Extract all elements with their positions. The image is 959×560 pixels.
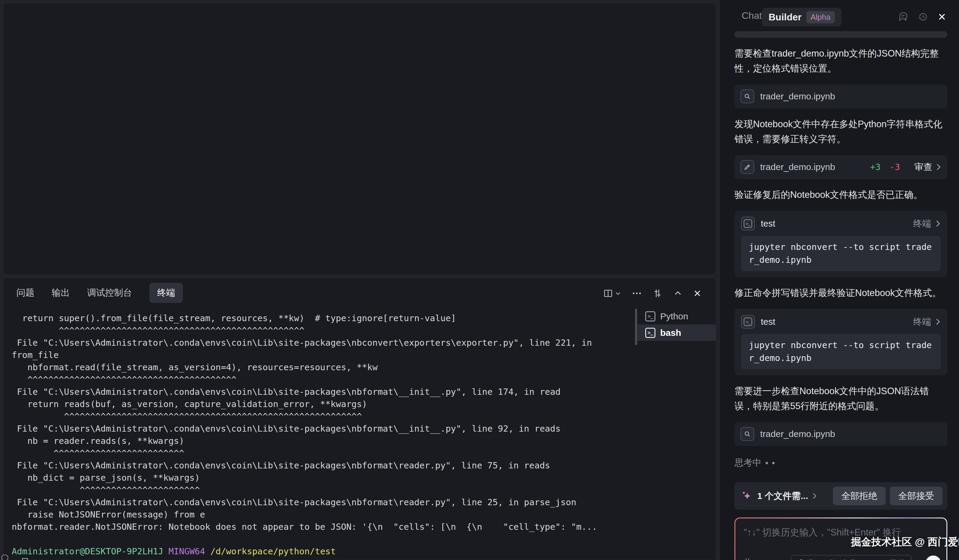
scrolled-message-bubble (734, 31, 947, 38)
terminal-instance-label: Python (660, 311, 688, 321)
prompt-env: MINGW64 (169, 546, 205, 557)
split-panel-icon (603, 288, 613, 298)
terminal-cursor (22, 558, 28, 560)
tab-chat[interactable]: Chat (742, 10, 762, 21)
terminal-command-card[interactable]: >_ test 终端 jupyter nbconvert --to script… (734, 309, 947, 375)
sparkles-icon (741, 490, 753, 502)
search-icon (741, 89, 754, 103)
composer-gradient-border: "↑↓" 切换历史输入，"Shift+Enter" 换行 # DeepSeek … (734, 517, 947, 560)
diff-added-count: +3 (870, 162, 881, 172)
assistant-step-text: 验证修复后的Notebook文件格式是否已正确。 (734, 188, 947, 202)
close-icon (937, 12, 946, 21)
chevron-right-icon[interactable] (812, 492, 817, 500)
thinking-dot (772, 462, 774, 464)
file-name: trader_demo.ipynb (760, 429, 835, 439)
approval-buttons: 全部拒绝 全部接受 (833, 487, 943, 505)
chevron-up-icon (673, 289, 682, 298)
tab-terminal[interactable]: 终端 (150, 283, 183, 303)
builder-sidebar: Chat Builder Alpha 需要检查trader_demo.ipynb… (720, 0, 959, 560)
chevron-right-icon (935, 163, 941, 171)
terminal-scrollbar[interactable] (635, 309, 637, 345)
composer-toolbar: # DeepSeek Reasoner (R1) (744, 555, 940, 560)
terminal-command-card[interactable]: >_ test 终端 jupyter nbconvert --to script… (734, 211, 947, 277)
command-code-block: jupyter nbconvert --to script trader_dem… (741, 236, 941, 271)
alpha-badge: Alpha (806, 11, 835, 23)
sidebar-header-icons (898, 11, 946, 22)
history-icon (918, 11, 929, 22)
open-terminal-link[interactable]: 终端 (913, 316, 941, 328)
assistant-step-text: 发现Notebook文件中存在多处Python字符串格式化错误，需要修正转义字符… (734, 117, 947, 147)
file-edit-card[interactable]: trader_demo.ipynb +3 -3 审查 (734, 155, 947, 179)
context-hash-button[interactable]: # (744, 557, 750, 560)
model-selector[interactable]: DeepSeek Reasoner (R1) (791, 555, 912, 560)
terminal-icon: >_ (645, 311, 655, 321)
file-name: trader_demo.ipynb (760, 162, 835, 172)
thinking-status: 思考中 (734, 457, 947, 469)
terminal-icon: >_ (645, 328, 655, 338)
terminal-instance-bash[interactable]: >_ bash (637, 325, 716, 341)
split-terminal-button[interactable] (603, 288, 621, 298)
more-icon (632, 288, 642, 298)
terminal-name: test (761, 218, 775, 229)
terminal-output[interactable]: return super().from_file(file_stream, re… (3, 308, 632, 560)
file-name: trader_demo.ipynb (760, 91, 835, 102)
chevron-right-icon (935, 220, 941, 228)
chevron-right-icon (935, 318, 941, 326)
more-actions-button[interactable] (632, 288, 642, 298)
approval-bar: 1 个文件需... 全部拒绝 全部接受 (734, 482, 947, 510)
file-search-card[interactable]: trader_demo.ipynb (734, 84, 947, 108)
panel-tab-bar: 问题 输出 调试控制台 终端 (16, 283, 183, 302)
terminal-card-header: >_ test 终端 (741, 315, 941, 329)
new-chat-button[interactable] (898, 11, 909, 22)
assistant-step-text: 修正命令拼写错误并最终验证Notebook文件格式。 (734, 286, 947, 301)
cube-icon (797, 559, 805, 560)
composer-placeholder: "↑↓" 切换历史输入，"Shift+Enter" 换行 (744, 526, 901, 539)
terminal-instance-label: bash (660, 328, 681, 338)
command-code-block: jupyter nbconvert --to script trader_dem… (741, 334, 941, 369)
terminal-icon: >_ (741, 315, 755, 329)
tune-sliders-icon (652, 288, 663, 298)
review-button[interactable]: 审查 (914, 161, 941, 173)
open-terminal-link[interactable]: 终端 (913, 218, 941, 230)
conversation-scroll[interactable]: 需要检查trader_demo.ipynb文件的JSON结构完整性，定位格式错误… (734, 31, 947, 560)
bottom-panel: 问题 输出 调试控制台 终端 return super().from_file(… (3, 278, 716, 560)
tab-builder[interactable]: Builder Alpha (762, 8, 841, 26)
traceback-text: return super().from_file(file_stream, re… (12, 313, 597, 532)
search-icon (741, 427, 754, 441)
assistant-step-text: 需要进一步检查Notebook文件中的JSON语法错误，特别是第55行附近的格式… (734, 384, 947, 414)
pencil-icon (741, 160, 754, 174)
sidebar-header: Chat Builder Alpha (721, 0, 959, 31)
message-composer[interactable]: "↑↓" 切换历史输入，"Shift+Enter" 换行 # DeepSeek … (735, 519, 946, 560)
tab-problems[interactable]: 问题 (16, 287, 34, 299)
terminal-name: test (761, 317, 775, 327)
terminal-instance-list: >_ Python >_ bash (637, 308, 716, 341)
close-sidebar-button[interactable] (937, 12, 946, 21)
maximize-panel-button[interactable] (673, 289, 682, 298)
terminal-instance-python[interactable]: >_ Python (637, 308, 716, 325)
prompt-user: Administrator@DESKTOP-9P2LH1J (12, 546, 163, 557)
terminal-icon: >_ (741, 217, 755, 231)
panel-actions (603, 288, 701, 298)
tab-output[interactable]: 输出 (52, 287, 70, 299)
thinking-dot (766, 462, 768, 464)
command-decoration-icon (1, 554, 8, 560)
prompt-path: /d/workspace/python/test (210, 546, 336, 557)
tab-debug-console[interactable]: 调试控制台 (87, 287, 132, 299)
new-chat-icon (898, 11, 909, 22)
prompt-symbol: $ (12, 558, 17, 560)
builder-label: Builder (769, 12, 801, 23)
terminal-card-header: >_ test 终端 (741, 217, 941, 231)
close-icon (693, 289, 701, 298)
file-search-card[interactable]: trader_demo.ipynb (734, 422, 947, 446)
assistant-step-text: 需要检查trader_demo.ipynb文件的JSON结构完整性，定位格式错误… (734, 46, 947, 76)
history-button[interactable] (918, 11, 929, 22)
diff-removed-count: -3 (889, 162, 900, 172)
editor-area[interactable] (3, 3, 716, 275)
terminal-settings-button[interactable] (652, 288, 663, 298)
close-panel-button[interactable] (693, 289, 701, 298)
accept-all-button[interactable]: 全部接受 (890, 487, 943, 505)
chevron-down-icon (615, 290, 621, 297)
pending-files-summary[interactable]: 1 个文件需... (757, 490, 808, 502)
reject-all-button[interactable]: 全部拒绝 (833, 487, 886, 505)
